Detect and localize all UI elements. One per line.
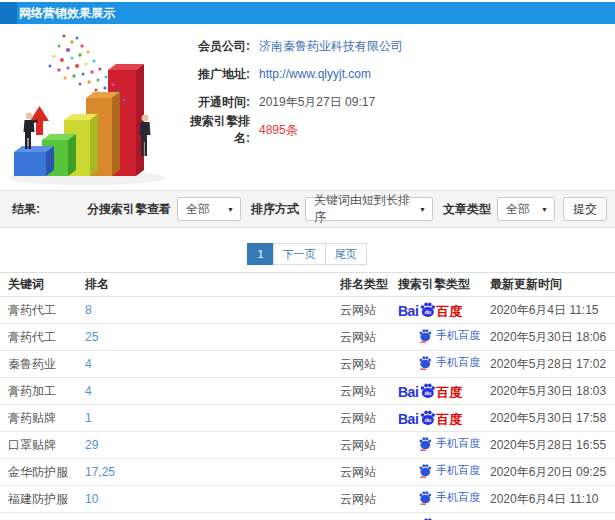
url-label: 推广地址: <box>178 66 250 83</box>
baidu-cn-text: 百度 <box>436 305 462 318</box>
rank-link[interactable]: 10 <box>85 492 98 506</box>
keyword-cell: 膏药代工 <box>8 302 85 319</box>
table-header-row: 关键词 排名 排名类型 搜索引擎类型 最新更新时间 <box>0 273 615 297</box>
mobile-baidu-text: 手机百度 <box>436 465 480 476</box>
article-filter-select[interactable]: 全部 ▼ <box>497 197 555 221</box>
updated-cell: 2020年5月30日 17:58 <box>490 410 615 427</box>
rank-link[interactable]: 4 <box>85 384 92 398</box>
title-tab-accent <box>0 2 17 24</box>
growth-chart-illustration <box>2 28 187 188</box>
info-row-company: 会员公司: 济南秦鲁药业科技有限公司 <box>178 32 403 60</box>
info-row-open-time: 开通时间: 2019年5月27日 09:17 <box>178 88 403 116</box>
baidu-logo: Bai du 百度 <box>398 301 462 318</box>
engine-cell: Bai du 百度 手机百度 <box>398 436 490 454</box>
engine-cell: Bai du 百度 手机百度 <box>398 355 490 373</box>
table-row: 膏药代工 8 云网站 Bai du 百度 <box>0 297 615 324</box>
table-row: 口罩贴牌 29 云网站 Bai du 百度 <box>0 432 615 459</box>
col-rank-type: 排名类型 <box>340 276 398 293</box>
sort-filter-select[interactable]: 关键词由短到长排序 ▼ <box>305 197 433 221</box>
col-updated: 最新更新时间 <box>490 276 615 293</box>
baidu-bai-text: Bai <box>398 304 418 318</box>
baidu-paw-icon: du <box>419 301 436 318</box>
rank-link[interactable]: 4 <box>85 357 92 371</box>
rank-link[interactable]: 25 <box>85 330 98 344</box>
engine-filter-label: 分搜索引擎查看 <box>87 201 171 218</box>
open-time-value: 2019年5月27日 09:17 <box>259 94 375 111</box>
rank-link[interactable]: 1 <box>85 411 92 425</box>
table-row: Bai du 百度 手机百度 <box>0 513 615 520</box>
article-filter-label: 文章类型 <box>443 201 491 218</box>
rank-link[interactable]: 29 <box>85 438 98 452</box>
page-1-button[interactable]: 1 <box>247 243 273 265</box>
baidu-logo: Bai du 百度 <box>398 382 462 399</box>
svg-text:du: du <box>425 417 432 423</box>
engine-filter-select[interactable]: 全部 ▼ <box>177 197 241 221</box>
col-rank: 排名 <box>85 276 340 293</box>
updated-cell: 2020年6月4日 11:15 <box>490 302 615 319</box>
mobile-baidu-text: 手机百度 <box>436 492 480 503</box>
rank-type-cell: 云网站 <box>340 302 398 319</box>
rank-type-cell: 云网站 <box>340 329 398 346</box>
baidu-paw-icon: du <box>419 382 436 399</box>
page-title: 网络营销效果展示 <box>19 2 115 24</box>
keyword-cell: 膏药加工 <box>8 383 85 400</box>
company-link[interactable]: 济南秦鲁药业科技有限公司 <box>259 38 403 55</box>
updated-cell: 2020年6月20日 09:25 <box>490 464 615 481</box>
mobile-baidu-logo: 手机百度 <box>418 463 480 478</box>
rank-link[interactable]: 8 <box>85 303 92 317</box>
rank-type-cell: 云网站 <box>340 464 398 481</box>
keyword-cell: 膏药贴牌 <box>8 410 85 427</box>
rank-type-cell: 云网站 <box>340 383 398 400</box>
chevron-down-icon: ▼ <box>541 206 548 213</box>
title-bar: 网络营销效果展示 <box>0 2 615 24</box>
keyword-cell: 膏药代工 <box>8 329 85 346</box>
promo-url-link[interactable]: http://www.qlyyjt.com <box>259 67 371 81</box>
mobile-baidu-paw-icon <box>418 463 432 478</box>
submit-button[interactable]: 提交 <box>563 197 607 221</box>
svg-text:du: du <box>425 309 432 315</box>
rank-type-cell: 云网站 <box>340 356 398 373</box>
baidu-logo: Bai du 百度 <box>398 409 462 426</box>
mobile-baidu-logo: 手机百度 <box>418 328 480 343</box>
rank-type-cell: 云网站 <box>340 410 398 427</box>
open-time-label: 开通时间: <box>178 94 250 111</box>
sort-filter-label: 排序方式 <box>251 201 299 218</box>
updated-cell: 2020年5月28日 17:02 <box>490 356 615 373</box>
engine-cell: Bai du 百度 手机百度 <box>398 409 490 427</box>
baidu-bai-text: Bai <box>398 412 418 426</box>
table-row: 秦鲁药业 4 云网站 Bai du 百度 <box>0 351 615 378</box>
rank-type-cell: 云网站 <box>340 437 398 454</box>
next-page-button[interactable]: 下一页 <box>273 243 326 265</box>
baidu-paw-icon: du <box>419 409 436 426</box>
mobile-baidu-paw-icon <box>418 355 432 370</box>
mobile-baidu-text: 手机百度 <box>436 330 480 341</box>
engine-cell: Bai du 百度 手机百度 <box>398 463 490 481</box>
engine-rank-count: 4895条 <box>259 122 298 139</box>
mobile-baidu-logo: 手机百度 <box>418 355 480 370</box>
table-row: 膏药贴牌 1 云网站 Bai du 百度 <box>0 405 615 432</box>
last-page-button[interactable]: 尾页 <box>325 243 367 265</box>
mobile-baidu-text: 手机百度 <box>436 438 480 449</box>
table-body: 膏药代工 8 云网站 Bai du 百度 <box>0 297 615 520</box>
mobile-baidu-paw-icon <box>418 328 432 343</box>
mobile-baidu-paw-icon <box>418 490 432 505</box>
keyword-cell: 金华防护服 <box>8 464 85 481</box>
table-row: 膏药加工 4 云网站 Bai du 百度 <box>0 378 615 405</box>
mobile-baidu-text: 手机百度 <box>436 357 480 368</box>
engine-rank-label: 搜索引擎排名: <box>178 113 250 147</box>
table-row: 福建防护服 10 云网站 Bai du 百度 <box>0 486 615 513</box>
engine-cell: Bai du 百度 手机百度 <box>398 382 490 400</box>
keyword-cell: 口罩贴牌 <box>8 437 85 454</box>
mobile-baidu-paw-icon <box>418 436 432 451</box>
info-row-engine-rank: 搜索引擎排名: 4895条 <box>178 116 403 144</box>
baidu-cn-text: 百度 <box>436 413 462 426</box>
table-row: 膏药代工 25 云网站 Bai du 百度 <box>0 324 615 351</box>
keyword-cell: 秦鲁药业 <box>8 356 85 373</box>
engine-cell: Bai du 百度 手机百度 <box>398 301 490 319</box>
company-label: 会员公司: <box>178 38 250 55</box>
filter-bar: 结果: 分搜索引擎查看 全部 ▼ 排序方式 关键词由短到长排序 ▼ 文章类型 全… <box>0 190 615 228</box>
rank-link[interactable]: 17,25 <box>85 465 115 479</box>
chevron-down-icon: ▼ <box>419 206 426 213</box>
svg-text:du: du <box>425 390 432 396</box>
member-info: 会员公司: 济南秦鲁药业科技有限公司 推广地址: http://www.qlyy… <box>178 32 403 144</box>
